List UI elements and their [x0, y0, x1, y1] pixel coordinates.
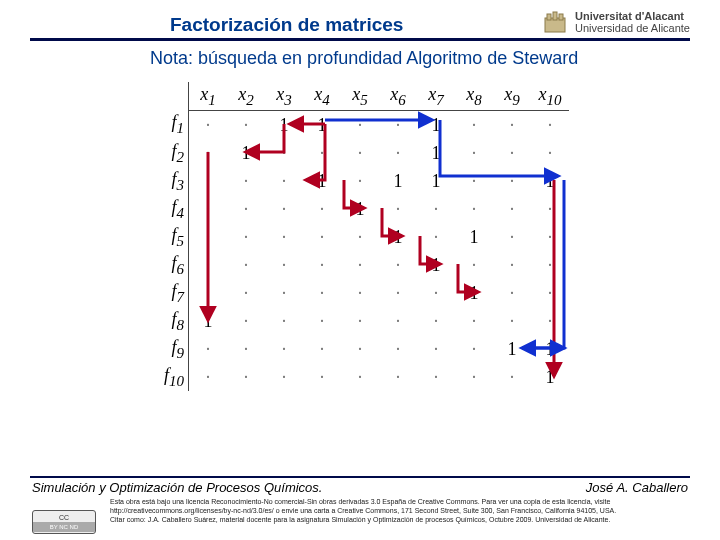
col-header: x6	[379, 82, 417, 111]
cell: ·	[341, 167, 379, 195]
cell: 1	[531, 363, 569, 391]
cell: ·	[189, 363, 228, 391]
cell: 1	[455, 223, 493, 251]
row-header: f6	[150, 251, 189, 279]
cell: ·	[189, 195, 228, 223]
cell: ·	[341, 111, 379, 140]
table-header-row: x1x2x3x4x5x6x7x8x9x10	[150, 82, 569, 111]
cell: ·	[303, 195, 341, 223]
table-row: f4····1·····	[150, 195, 569, 223]
col-header: x2	[227, 82, 265, 111]
col-header: x10	[531, 82, 569, 111]
cell: ·	[265, 251, 303, 279]
cell: ·	[531, 279, 569, 307]
cell: 1	[417, 251, 455, 279]
row-header: f5	[150, 223, 189, 251]
table-row: f5·····1·1··	[150, 223, 569, 251]
cell: ·	[227, 335, 265, 363]
university-name-2: Universidad de Alicante	[575, 22, 690, 34]
cell: ·	[227, 307, 265, 335]
cell: 1	[417, 167, 455, 195]
row-header: f2	[150, 139, 189, 167]
cell: ·	[303, 251, 341, 279]
cell: ·	[341, 139, 379, 167]
cell: ·	[265, 195, 303, 223]
subtitle: Nota: búsqueda en profundidad Algoritmo …	[150, 48, 578, 69]
cell: 1	[265, 111, 303, 140]
cell: ·	[379, 307, 417, 335]
row-header: f8	[150, 307, 189, 335]
cell: ·	[455, 195, 493, 223]
cell: ·	[493, 251, 531, 279]
table-row: f10·········1	[150, 363, 569, 391]
cell: ·	[455, 335, 493, 363]
cell: 1	[417, 139, 455, 167]
cell: ·	[341, 307, 379, 335]
university-logo: Universitat d'Alacant Universidad de Ali…	[541, 8, 690, 36]
cell: ·	[379, 251, 417, 279]
table-row: f1··11··1···	[150, 111, 569, 140]
university-name-1: Universitat d'Alacant	[575, 10, 690, 22]
cell: 1	[303, 167, 341, 195]
svg-rect-1	[547, 14, 551, 20]
cell: ·	[493, 195, 531, 223]
cell: 1	[227, 139, 265, 167]
cell: ·	[341, 363, 379, 391]
cell: ·	[493, 139, 531, 167]
cell: ·	[417, 307, 455, 335]
cell: ·	[303, 307, 341, 335]
cell: ·	[493, 279, 531, 307]
col-header: x8	[455, 82, 493, 111]
cell: 1	[379, 167, 417, 195]
cell: ·	[455, 251, 493, 279]
cell: ·	[303, 223, 341, 251]
cell: ·	[341, 251, 379, 279]
cell: ·	[265, 363, 303, 391]
svg-rect-3	[553, 12, 557, 20]
cell: ·	[227, 251, 265, 279]
license-text: Esta obra está bajo una licencia Reconoc…	[110, 498, 690, 524]
incidence-matrix: x1x2x3x4x5x6x7x8x9x10 f1··11··1···f2·1··…	[150, 82, 569, 391]
cell: ·	[227, 195, 265, 223]
page-title: Factorización de matrices	[30, 14, 403, 36]
cell: ·	[455, 167, 493, 195]
cell: ·	[265, 223, 303, 251]
cell: ·	[455, 307, 493, 335]
cell: ·	[227, 363, 265, 391]
footer-author: José A. Caballero	[586, 480, 688, 495]
cell: 1	[189, 307, 228, 335]
cell: ·	[493, 111, 531, 140]
footer-rule	[30, 476, 690, 478]
cell: ·	[189, 279, 228, 307]
col-header: x1	[189, 82, 228, 111]
table-row: f6······1···	[150, 251, 569, 279]
cell: ·	[417, 279, 455, 307]
cc-tags: BY NC ND	[33, 522, 95, 532]
cell: ·	[531, 195, 569, 223]
cell: ·	[227, 167, 265, 195]
cell: 1	[531, 167, 569, 195]
cell: ·	[493, 167, 531, 195]
footer-course: Simulación y Optimización de Procesos Qu…	[32, 480, 322, 495]
cell: ·	[493, 223, 531, 251]
cell: 1	[493, 335, 531, 363]
cell: ·	[379, 139, 417, 167]
cell: ·	[531, 139, 569, 167]
cell: ·	[303, 139, 341, 167]
cell: ·	[265, 307, 303, 335]
cell: ·	[455, 363, 493, 391]
cell: ·	[417, 195, 455, 223]
col-header: x7	[417, 82, 455, 111]
cell: ·	[531, 251, 569, 279]
cell: ·	[189, 167, 228, 195]
table-row: f3···1·11··1	[150, 167, 569, 195]
cell: ·	[531, 111, 569, 140]
cell: 1	[303, 111, 341, 140]
col-header: x5	[341, 82, 379, 111]
cell: ·	[227, 279, 265, 307]
col-header: x4	[303, 82, 341, 111]
license-line: Esta obra está bajo una licencia Reconoc…	[110, 498, 690, 507]
table-row: f81·········	[150, 307, 569, 335]
row-header: f9	[150, 335, 189, 363]
cell: 1	[455, 279, 493, 307]
